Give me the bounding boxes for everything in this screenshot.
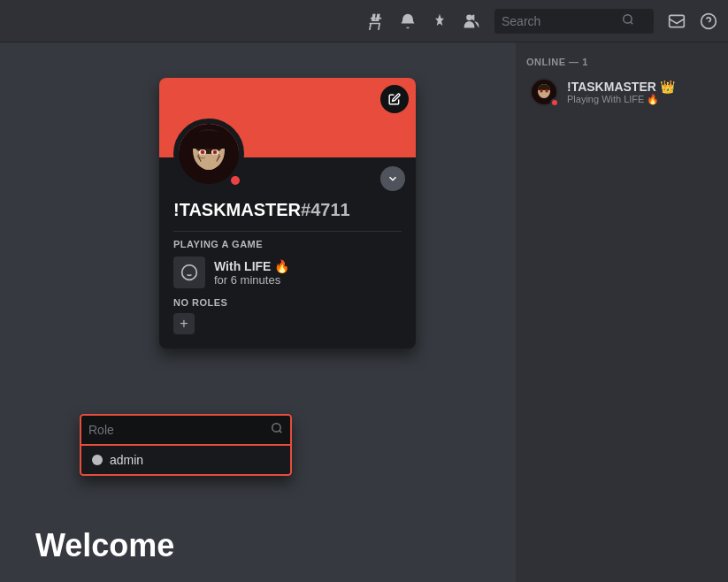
member-avatar-wrap: [530, 78, 558, 106]
search-icon: [622, 13, 634, 28]
svg-point-17: [272, 424, 280, 432]
status-indicator: [228, 173, 242, 188]
username: !TASKMASTER#4711: [173, 200, 402, 220]
profile-banner: [159, 78, 416, 157]
svg-point-15: [202, 163, 216, 170]
pin-icon[interactable]: [431, 12, 448, 30]
svg-point-0: [466, 14, 472, 20]
hashtag-icon[interactable]: [367, 12, 385, 30]
playing-label: PLAYING A GAME: [173, 239, 402, 249]
help-icon[interactable]: [700, 12, 717, 30]
game-duration: for 6 minutes: [214, 273, 289, 287]
add-role-button[interactable]: +: [173, 313, 195, 334]
search-input[interactable]: [502, 14, 617, 28]
svg-point-1: [624, 15, 632, 23]
role-search-bar[interactable]: [80, 414, 292, 446]
dropdown-button[interactable]: [380, 166, 405, 191]
svg-point-23: [546, 90, 548, 92]
game-icon: [173, 257, 205, 288]
role-item-admin[interactable]: admin: [80, 446, 292, 476]
chat-area: !TASKMASTER#4711 PLAYING A GAME With LIF…: [0, 42, 516, 582]
bell-icon[interactable]: [399, 12, 417, 30]
edit-button[interactable]: [380, 85, 409, 113]
role-search-icon: [271, 422, 283, 438]
profile-avatar-wrap: [173, 119, 244, 189]
top-nav-bar: [0, 0, 728, 42]
search-bar[interactable]: [494, 9, 654, 34]
divider: [173, 231, 402, 232]
member-item[interactable]: !TASKMASTER 👑 Playing With LIFE 🔥: [519, 73, 724, 111]
main-content: !TASKMASTER#4711 PLAYING A GAME With LIF…: [0, 42, 728, 582]
game-info: With LIFE 🔥 for 6 minutes: [214, 259, 289, 287]
svg-rect-2: [670, 15, 685, 27]
member-name: !TASKMASTER 👑: [567, 80, 675, 94]
svg-point-16: [182, 265, 197, 280]
members-icon[interactable]: [463, 12, 480, 30]
svg-point-22: [540, 90, 542, 92]
role-search-input[interactable]: [88, 423, 271, 437]
member-activity: Playing With LIFE 🔥: [567, 94, 675, 105]
role-name: admin: [110, 453, 143, 467]
game-name: With LIFE 🔥: [214, 259, 289, 273]
welcome-section: Welcome: [35, 527, 174, 564]
inbox-icon[interactable]: [668, 12, 686, 30]
member-info: !TASKMASTER 👑 Playing With LIFE 🔥: [567, 80, 675, 105]
profile-popup: !TASKMASTER#4711 PLAYING A GAME With LIF…: [159, 78, 416, 348]
game-row: With LIFE 🔥 for 6 minutes: [173, 257, 402, 288]
role-color-dot: [92, 455, 103, 465]
online-header: ONLINE — 1: [516, 42, 728, 73]
no-roles-label: NO ROLES: [173, 297, 402, 308]
member-status-dot: [550, 98, 559, 107]
welcome-heading: Welcome: [35, 527, 174, 564]
right-sidebar: ONLINE — 1 !TA: [516, 42, 728, 582]
role-dropdown: admin: [80, 414, 292, 476]
